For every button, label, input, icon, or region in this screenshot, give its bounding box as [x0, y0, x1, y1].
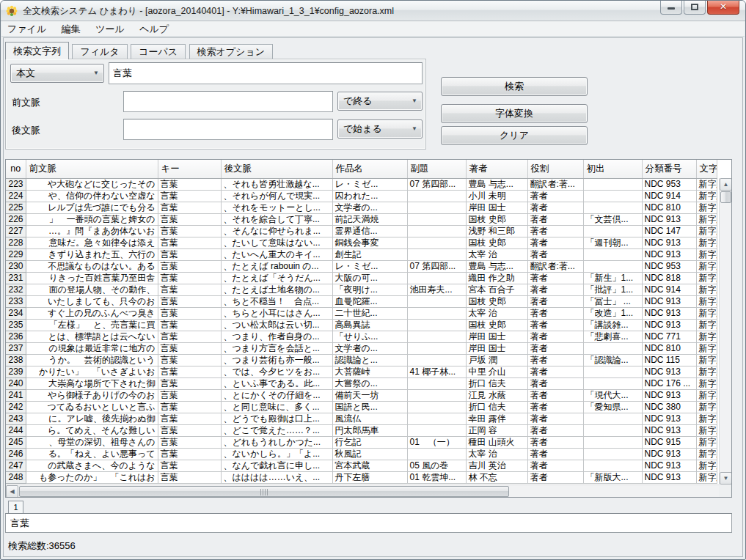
cell-work_title[interactable]: 囚われた... — [332, 190, 407, 202]
cell-next_context[interactable]: 、つまり芸術も亦一般... — [221, 354, 332, 366]
table-row[interactable]: 244ら。てめえ、そんな難しい言葉、どこで覚えた……？...円太郎馬車正岡 容著… — [6, 424, 717, 436]
next-context-input[interactable] — [123, 119, 333, 140]
vertical-scroll-thumb[interactable] — [720, 191, 731, 203]
cell-subtitle[interactable] — [407, 307, 466, 319]
cell-no[interactable]: 245 — [6, 436, 26, 448]
cell-work_title[interactable]: 大嘗祭の... — [332, 377, 407, 389]
cell-next_context[interactable]: 、それらが何んで現実... — [221, 190, 332, 202]
cell-ndc[interactable]: NDC 913 — [642, 213, 696, 225]
cell-role[interactable]: 著者 — [527, 389, 583, 401]
cell-key[interactable]: 言葉 — [158, 319, 221, 331]
menu-item-edit[interactable]: 編集 — [56, 21, 87, 37]
cell-subtitle[interactable]: 池田寿夫... — [407, 284, 466, 295]
table-row[interactable]: 248も参ったのか」 「これはお言葉、はははは……いえ、...丹下左膳01 乾雲… — [6, 471, 717, 483]
cell-charset[interactable]: 新字旧 — [696, 401, 717, 413]
cell-first_publication[interactable]: 「新生」1... — [583, 272, 642, 284]
cell-role[interactable]: 著者 — [527, 202, 583, 213]
cell-ndc[interactable]: NDC 913 — [642, 237, 696, 248]
cell-first_publication[interactable] — [583, 248, 642, 260]
cell-ndc[interactable]: NDC 115 — [642, 354, 696, 366]
table-row[interactable]: 224や、信仰の伴わない空虚な言葉、それらが何んで現実...囚われた...小川 … — [6, 190, 717, 202]
column-header-next-context[interactable]: 後文脈 — [221, 160, 332, 178]
table-row[interactable]: 235「左様」 と、売言葉に買言葉、つい松太郎は云い切...高島異誌国枝 史郎著… — [6, 319, 717, 331]
cell-subtitle[interactable] — [407, 342, 466, 354]
cell-next_context[interactable]: 、では、今夕ヒツをお... — [221, 366, 332, 377]
cell-subtitle[interactable] — [407, 190, 466, 202]
cell-next_context[interactable]: 、たとえば rabouin の... — [221, 260, 332, 272]
cell-first_publication[interactable]: 「現代大... — [583, 389, 642, 401]
cell-ndc[interactable]: NDC 176 ... — [642, 377, 696, 389]
column-header-key[interactable]: キー — [158, 160, 221, 178]
cell-charset[interactable]: 新字新 — [696, 295, 717, 307]
maximize-button[interactable] — [684, 1, 706, 15]
cell-role[interactable]: 著者 — [527, 213, 583, 225]
cell-next_context[interactable]: 、と同じ意味に、多く... — [221, 401, 332, 413]
cell-subtitle[interactable]: 41 椰子林... — [407, 366, 466, 377]
cell-charset[interactable]: 新字旧 — [696, 342, 717, 354]
cell-subtitle[interactable]: 01 乾雲坤... — [407, 471, 466, 483]
cell-no[interactable]: 225 — [6, 202, 26, 213]
cell-ndc[interactable]: NDC 913 — [642, 460, 696, 471]
search-query-input[interactable] — [109, 62, 423, 84]
cell-work_title[interactable]: 国語と民... — [332, 401, 407, 413]
tab-corpus[interactable]: コーパス — [131, 44, 186, 59]
column-header-role[interactable]: 役割 — [527, 160, 583, 178]
cell-key[interactable]: 言葉 — [158, 248, 221, 260]
cell-role[interactable]: 著者 — [527, 295, 583, 307]
cell-charset[interactable]: 新字旧 — [696, 377, 717, 389]
column-header-first-publication[interactable]: 初出 — [583, 160, 642, 178]
cell-first_publication[interactable]: 「講談雑... — [583, 319, 642, 331]
cell-work_title[interactable]: 霊界通信... — [332, 225, 407, 237]
cell-author[interactable]: 太宰 治 — [466, 307, 527, 319]
cell-no[interactable]: 242 — [6, 401, 26, 413]
cell-subtitle[interactable] — [407, 331, 466, 342]
table-row[interactable]: 237の現象は最近非常に地方の言葉、つまり方言を会話と...文学者の...岸田 … — [6, 342, 717, 354]
cell-ndc[interactable]: NDC 818 — [642, 272, 696, 284]
cell-prev_context[interactable]: いたしましても、只今のお — [26, 295, 158, 307]
cell-next_context[interactable]: 、ちらと小耳にはさん... — [221, 307, 332, 319]
menu-item-tools[interactable]: ツール — [89, 21, 131, 37]
cell-first_publication[interactable]: 「改造」1... — [583, 307, 642, 319]
cell-author[interactable]: 林 不忘 — [466, 471, 527, 483]
cell-ndc[interactable]: NDC 810 — [642, 342, 696, 354]
cell-role[interactable]: 著者 — [527, 190, 583, 202]
cell-key[interactable]: 言葉 — [158, 307, 221, 319]
column-header-subtitle[interactable]: 副題 — [407, 160, 466, 178]
cell-first_publication[interactable] — [583, 225, 642, 237]
column-header-work-title[interactable]: 作品名 — [332, 160, 407, 178]
cell-charset[interactable]: 新字旧 — [696, 202, 717, 213]
cell-charset[interactable]: 新字新 — [696, 366, 717, 377]
cell-role[interactable]: 著者 — [527, 401, 583, 413]
cell-work_title[interactable]: 風流仏 — [332, 413, 407, 424]
cell-author[interactable]: 正岡 容 — [466, 424, 527, 436]
cell-subtitle[interactable] — [407, 225, 466, 237]
cell-work_title[interactable]: 備前天一坊 — [332, 389, 407, 401]
cell-charset[interactable]: 新字新 — [696, 471, 717, 483]
cell-subtitle[interactable] — [407, 319, 466, 331]
cell-prev_context[interactable]: かりたい」 「いさぎよいお — [26, 366, 158, 377]
cell-key[interactable]: 言葉 — [158, 213, 221, 225]
cell-author[interactable]: 種田 山頭火 — [466, 436, 527, 448]
cell-author[interactable]: 太宰 治 — [466, 448, 527, 460]
cell-role[interactable]: 著者 — [527, 448, 583, 460]
cell-next_context[interactable]: 、はははは……いえ、... — [221, 471, 332, 483]
cell-first_publication[interactable]: 「悲劇喜... — [583, 331, 642, 342]
cell-work_title[interactable]: 「せりふ... — [332, 331, 407, 342]
cell-key[interactable]: 言葉 — [158, 401, 221, 413]
cell-key[interactable]: 言葉 — [158, 225, 221, 237]
close-button[interactable] — [707, 1, 739, 15]
cell-prev_context[interactable]: 「左様」 と、売言葉に買 — [26, 319, 158, 331]
cell-prev_context[interactable]: ら。てめえ、そんな難しい — [26, 424, 158, 436]
cell-key[interactable]: 言葉 — [158, 178, 221, 190]
cell-ndc[interactable]: NDC 810 — [642, 202, 696, 213]
cell-charset[interactable]: 新字新 — [696, 213, 717, 225]
cell-no[interactable]: 247 — [6, 460, 26, 471]
cell-ndc[interactable]: NDC 380 — [642, 401, 696, 413]
cell-work_title[interactable]: 大菩薩峠 — [332, 366, 407, 377]
cell-subtitle[interactable] — [407, 389, 466, 401]
cell-next_context[interactable]: 、たいへん重大のキイ... — [221, 248, 332, 260]
cell-no[interactable]: 240 — [6, 377, 26, 389]
cell-no[interactable]: 233 — [6, 295, 26, 307]
cell-prev_context[interactable]: 不思議なものはない。ある — [26, 260, 158, 272]
cell-role[interactable]: 著者 — [527, 342, 583, 354]
